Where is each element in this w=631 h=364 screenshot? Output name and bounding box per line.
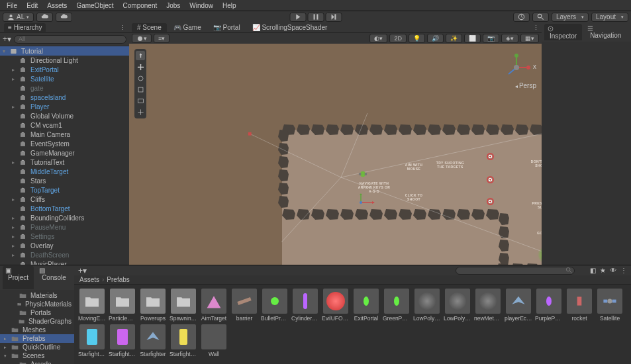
hierarchy-item[interactable]: CM vcam1 — [0, 120, 129, 130]
account-button[interactable]: AL ▾ — [3, 13, 34, 22]
menu-edit[interactable]: Edit — [23, 1, 42, 10]
scene-fx[interactable]: ✨ — [446, 34, 462, 43]
search-button[interactable] — [532, 13, 549, 22]
hierarchy-item[interactable]: ▸Cliffs — [0, 195, 129, 204]
step-button[interactable] — [325, 13, 342, 22]
hierarchy-item[interactable]: Directional Light — [0, 56, 129, 65]
scene-tool-dropdown[interactable]: ▾ — [132, 34, 152, 43]
asset-item[interactable]: playerEcho — [505, 289, 532, 322]
move-gizmo[interactable] — [354, 193, 381, 214]
scene-lighting[interactable]: 💡 — [409, 34, 425, 43]
scene-viewport[interactable]: x ◂ Persp — [129, 44, 542, 265]
rotate-tool[interactable] — [136, 73, 145, 83]
hierarchy-item[interactable]: BottomTarget — [0, 204, 129, 213]
asset-item[interactable]: Powerups — [139, 289, 167, 322]
scene-camera[interactable]: 📷 — [483, 34, 499, 43]
menu-window[interactable]: Window — [185, 1, 217, 10]
tab-game[interactable]: 🎮 Game — [168, 23, 207, 32]
folder-item[interactable]: ▸Prefabs — [0, 334, 74, 343]
cloud-sync-button[interactable] — [56, 13, 72, 22]
hierarchy-item[interactable]: TopTarget — [0, 185, 129, 195]
hierarchy-item[interactable]: MusicPlayer — [0, 259, 129, 265]
asset-item[interactable]: Satellite — [596, 289, 624, 322]
hierarchy-item[interactable]: ▸PauseMenu — [0, 222, 129, 232]
asset-item[interactable]: ParticleEff... — [109, 289, 136, 322]
tab-inspector[interactable]: Inspector — [544, 24, 582, 40]
scene-audio[interactable]: 🔊 — [427, 34, 444, 43]
scene-skybox[interactable]: ⬜ — [464, 34, 481, 43]
folder-item[interactable]: Arcade — [0, 360, 74, 364]
hierarchy-item[interactable]: spaceIsland — [0, 93, 129, 102]
project-filter-button[interactable]: ◧ — [590, 267, 596, 274]
tab-scene[interactable]: # Scene — [132, 23, 167, 32]
folder-item[interactable]: Meshes — [0, 326, 74, 334]
hierarchy-item[interactable]: Main Camera — [0, 130, 129, 139]
breadcrumb-assets[interactable]: Assets — [79, 276, 99, 283]
hierarchy-scene-root[interactable]: ▾ Tutorial — [0, 46, 129, 56]
tab-shader[interactable]: 📈 ScrollingSpaceShader — [247, 23, 333, 32]
asset-item[interactable]: MovingEn... — [78, 289, 106, 322]
scene-2d-toggle[interactable]: 2D — [389, 34, 407, 43]
asset-item[interactable]: EvilUFOBul... — [322, 289, 350, 322]
cloud-button[interactable] — [36, 13, 53, 22]
asset-item[interactable]: Starfighter — [139, 324, 167, 357]
menu-component[interactable]: Component — [119, 1, 162, 10]
hierarchy-tab[interactable]: ≡ Hierarchy — [4, 23, 46, 32]
project-favorites-button[interactable]: ★ — [600, 267, 606, 274]
asset-item[interactable]: newMeteor — [474, 289, 502, 322]
hierarchy-item[interactable]: ▸BoundingColliders — [0, 213, 129, 222]
asset-item[interactable]: CylinderBul... — [291, 289, 319, 322]
menu-file[interactable]: File — [3, 1, 21, 10]
asset-item[interactable]: StarfighterYellow — [170, 324, 197, 357]
folder-item[interactable]: ▾Scenes — [0, 351, 74, 360]
layout-dropdown[interactable]: Layout▾ — [591, 13, 628, 22]
hierarchy-item[interactable]: MiddleTarget — [0, 167, 129, 176]
hierarchy-item[interactable]: ▸DeathScreen — [0, 250, 129, 259]
hierarchy-item[interactable]: Stars — [0, 176, 129, 185]
hierarchy-item[interactable]: ▸TutorialText — [0, 158, 129, 167]
folder-item[interactable]: ▸QuickOutline — [0, 343, 74, 351]
move-tool[interactable] — [136, 62, 145, 71]
hierarchy-search-input[interactable] — [14, 35, 126, 44]
undo-history-button[interactable] — [513, 13, 530, 22]
orientation-gizmo[interactable]: x ◂ Persp — [497, 49, 536, 95]
project-hidden-button[interactable]: 👁 — [610, 267, 616, 274]
hierarchy-item[interactable]: ▸ExitPortal — [0, 65, 129, 74]
asset-item[interactable]: StarfighterPink — [109, 324, 136, 357]
tab-project[interactable]: ▣ Project — [3, 266, 34, 289]
view-tool[interactable] — [136, 51, 145, 60]
asset-item[interactable]: ExitPortal — [352, 289, 380, 322]
asset-item[interactable]: StarfighterBlue — [78, 324, 106, 357]
project-search-input[interactable] — [456, 267, 575, 275]
rect-tool[interactable] — [136, 96, 145, 105]
folder-item[interactable]: PhysicMaterials — [0, 300, 74, 308]
project-menu-button[interactable]: ⋮ — [620, 267, 627, 274]
breadcrumb-prefabs[interactable]: Prefabs — [107, 276, 129, 283]
asset-item[interactable]: BulletPref... — [261, 289, 289, 322]
scene-draw-mode[interactable]: ◐▾ — [369, 34, 387, 43]
tab-console[interactable]: ▤ Console — [36, 266, 72, 289]
transform-tool[interactable] — [136, 107, 145, 116]
scene-gizmos[interactable]: ◈▾ — [501, 34, 518, 43]
asset-item[interactable]: barrier — [230, 289, 258, 322]
hierarchy-item[interactable]: EventSystem — [0, 139, 129, 148]
hierarchy-item[interactable]: GameManager — [0, 148, 129, 158]
hierarchy-create-button[interactable]: +▾ — [3, 34, 11, 44]
menu-jobs[interactable]: Jobs — [162, 1, 184, 10]
tab-navigation[interactable]: ☰ Navigation — [585, 24, 626, 40]
folder-item[interactable]: ShaderGraphs — [0, 317, 74, 326]
menu-help[interactable]: Help — [218, 1, 240, 10]
folder-item[interactable]: Portals — [0, 308, 74, 317]
scene-grid[interactable]: ▦▾ — [520, 34, 539, 43]
hierarchy-item[interactable]: gate — [0, 83, 129, 93]
pause-button[interactable] — [307, 13, 324, 22]
asset-item[interactable]: rocket — [565, 289, 593, 322]
folder-item[interactable]: Materials — [0, 291, 74, 300]
tab-portal[interactable]: 📷 Portal — [208, 23, 246, 32]
menu-gameobject[interactable]: GameObject — [72, 1, 117, 10]
asset-item[interactable]: Wall — [200, 324, 228, 357]
asset-item[interactable]: GreenPortal — [383, 289, 411, 322]
play-button[interactable] — [289, 13, 306, 22]
asset-item[interactable]: LowPolyM... — [413, 289, 441, 322]
hierarchy-item[interactable]: ▸Overlay — [0, 241, 129, 250]
